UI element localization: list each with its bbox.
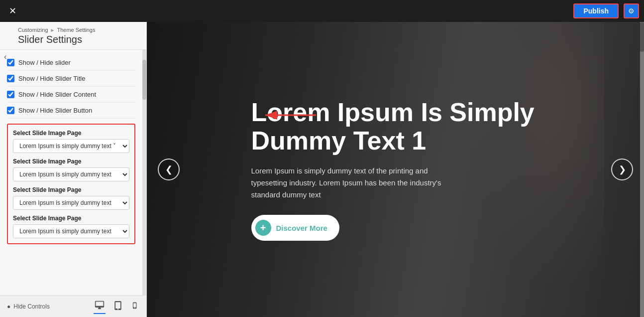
- sidebar-header: ‹ Customizing ► Theme Settings Slider Se…: [0, 22, 146, 50]
- sidebar-scrollbar[interactable]: [142, 50, 146, 295]
- gear-button[interactable]: ⚙: [624, 3, 639, 18]
- select-label-2: Select Slide Image Page: [13, 158, 129, 165]
- sidebar-footer: ● Hide Controls: [0, 295, 146, 317]
- select-label-3: Select Slide Image Page: [13, 186, 129, 193]
- breadcrumb-separator: ►: [50, 27, 55, 33]
- sidebar: ‹ Customizing ► Theme Settings Slider Se…: [0, 22, 147, 317]
- checkbox-show-hide-slider: Show / Hide slider: [7, 55, 135, 71]
- checkbox-show-hide-slider-title-label: Show / Hide Slider Title: [18, 75, 85, 82]
- select-label-1: Select Slide Image Page: [13, 130, 129, 137]
- checkbox-show-hide-slider-title-input[interactable]: [7, 75, 14, 82]
- checkbox-show-hide-slider-title: Show / Hide Slider Title: [7, 71, 135, 87]
- main-layout: ‹ Customizing ► Theme Settings Slider Se…: [0, 22, 644, 317]
- select-dropdown-4[interactable]: Lorem Ipsum is simply dummy text: [13, 224, 129, 238]
- select-label-4: Select Slide Image Page: [13, 215, 129, 222]
- preview-area: Lorem Ipsum Is Simply Dummy Text 1 Lorem…: [147, 22, 644, 317]
- slider-background: Lorem Ipsum Is Simply Dummy Text 1 Lorem…: [147, 22, 644, 317]
- sidebar-scroll-thumb: [142, 60, 146, 100]
- breadcrumb: Customizing ► Theme Settings: [18, 27, 139, 33]
- slider-next-button[interactable]: ❯: [611, 158, 633, 180]
- checkbox-show-hide-slider-content-label: Show / Hide Slider Content: [18, 91, 96, 98]
- mobile-view-button[interactable]: [130, 300, 139, 314]
- footer-device-icons: [94, 299, 139, 314]
- checkbox-show-hide-slider-button-label: Show / Hide Slider Button: [18, 107, 92, 114]
- sidebar-title: Slider Settings: [18, 34, 139, 45]
- select-dropdown-3[interactable]: Lorem Ipsum is simply dummy text: [13, 196, 129, 210]
- checkbox-show-hide-slider-content: Show / Hide Slider Content: [7, 87, 135, 103]
- sidebar-scroll-area: Show / Hide slider Show / Hide Slider Ti…: [0, 50, 142, 295]
- slider-title: Lorem Ipsum Is Simply Dummy Text 1: [251, 98, 540, 155]
- select-dropdown-1[interactable]: Lorem Ipsum is simply dummy text ˅: [13, 139, 129, 153]
- slider-prev-button[interactable]: ❮: [158, 158, 180, 180]
- checkbox-show-hide-slider-button-input[interactable]: [7, 107, 14, 114]
- breadcrumb-root: Customizing: [18, 27, 48, 33]
- discover-label: Discover More: [276, 224, 327, 232]
- breadcrumb-child: Theme Settings: [57, 27, 95, 33]
- hide-controls-label: Hide Controls: [13, 303, 50, 310]
- discover-icon: +: [255, 220, 271, 236]
- publish-button[interactable]: Publish: [573, 3, 619, 18]
- discover-more-button[interactable]: + Discover More: [251, 215, 339, 241]
- tablet-view-button[interactable]: [112, 300, 123, 314]
- back-button[interactable]: ‹: [0, 49, 10, 64]
- desktop-view-button[interactable]: [94, 299, 106, 314]
- hide-controls-icon: ●: [7, 303, 10, 310]
- checkbox-show-hide-slider-content-input[interactable]: [7, 91, 14, 98]
- slider-content: Lorem Ipsum Is Simply Dummy Text 1 Lorem…: [221, 78, 570, 261]
- close-button[interactable]: ✕: [5, 3, 20, 18]
- sidebar-inner: Show / Hide slider Show / Hide Slider Ti…: [0, 50, 146, 295]
- select-dropdown-2[interactable]: Lorem Ipsum is simply dummy text: [13, 167, 129, 181]
- top-bar: ✕ Publish ⚙: [0, 0, 644, 22]
- checkbox-show-hide-slider-label: Show / Hide slider: [18, 59, 71, 66]
- hide-controls-button[interactable]: ● Hide Controls: [7, 303, 50, 310]
- slider-description: Lorem Ipsum is simply dummy text of the …: [251, 165, 460, 201]
- select-section: Select Slide Image Page Lorem Ipsum is s…: [7, 124, 135, 244]
- checkbox-show-hide-slider-button: Show / Hide Slider Button: [7, 103, 135, 119]
